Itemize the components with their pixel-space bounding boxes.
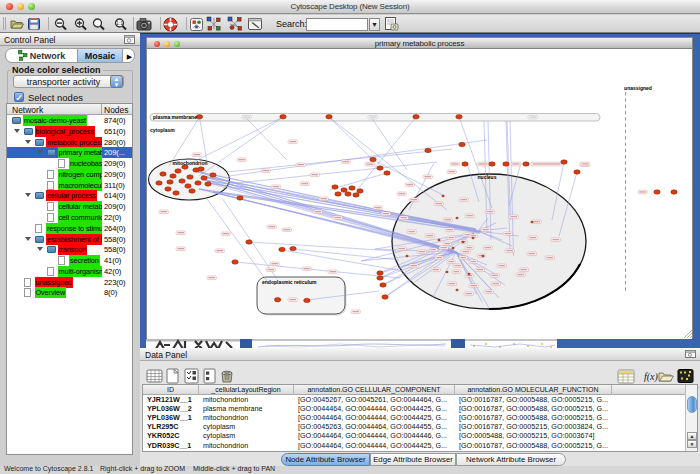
svg-text:1:1: 1:1 [116,20,123,26]
svg-text:f(x): f(x) [644,371,659,383]
